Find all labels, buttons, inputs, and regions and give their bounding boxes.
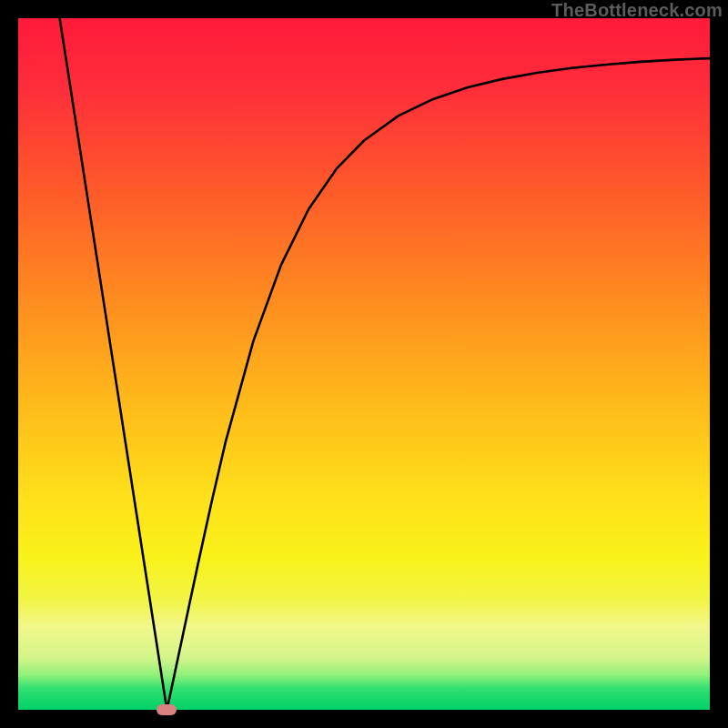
watermark-text: TheBottleneck.com xyxy=(551,0,723,21)
optimal-point-marker xyxy=(157,704,177,715)
curve-layer xyxy=(18,18,710,710)
data-curve xyxy=(60,18,710,710)
chart-frame: TheBottleneck.com xyxy=(0,0,728,728)
